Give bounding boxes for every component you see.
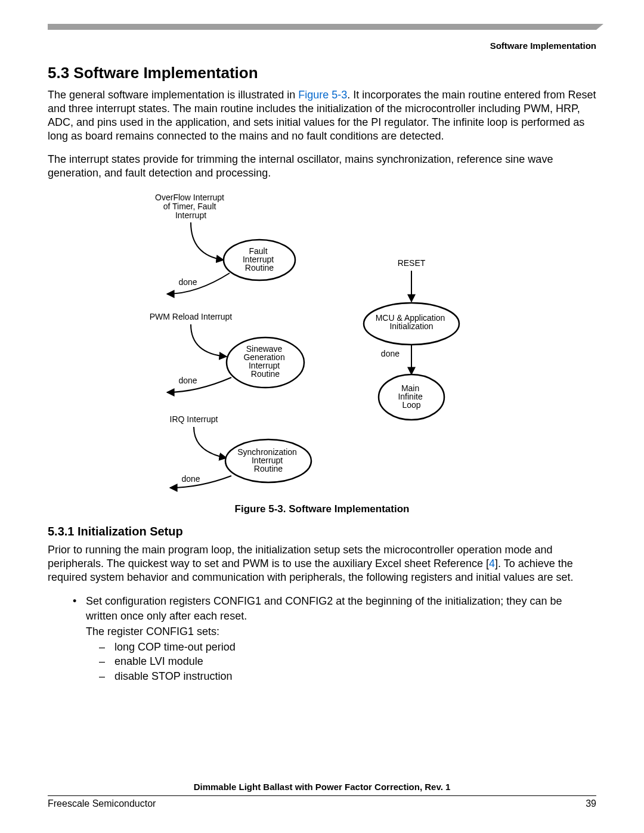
figure-svg: OverFlow Interrupt of Timer, Fault Inter… (131, 190, 513, 500)
footer-row: Freescale Semiconductor 39 (48, 798, 596, 809)
dash-list: long COP time-out period enable LVI modu… (86, 640, 596, 683)
running-header: Software Implementation (48, 41, 596, 51)
svg-text:done: done (181, 474, 200, 484)
paragraph: The interrupt states provide for trimmin… (48, 153, 596, 180)
reference-link[interactable]: 4 (489, 558, 495, 569)
svg-text:done: done (381, 349, 400, 358)
list-item: long COP time-out period enable LVI modu… (73, 640, 596, 683)
text-run: The general software implementation is i… (48, 89, 298, 101)
footer-title: Dimmable Light Ballast with Power Factor… (48, 782, 596, 792)
page: Software Implementation 5.3 Software Imp… (0, 0, 644, 833)
footer-left: Freescale Semiconductor (48, 798, 156, 809)
figure: OverFlow Interrupt of Timer, Fault Inter… (48, 190, 596, 500)
bullet-list: Set configuration registers CONFIG1 and … (48, 594, 596, 683)
figure-caption: Figure 5-3. Software Implementation (48, 503, 596, 515)
svg-text:PWM Reload Interrupt: PWM Reload Interrupt (150, 312, 233, 321)
footer-rule (48, 795, 596, 796)
list-item: enable LVI module (99, 654, 596, 668)
svg-text:done: done (178, 376, 197, 385)
text-run: Prior to running the main program loop, … (48, 544, 552, 569)
page-number: 39 (586, 798, 596, 809)
svg-text:IRQ Interrupt: IRQ Interrupt (170, 414, 218, 424)
list-item: disable STOP instruction (99, 669, 596, 683)
svg-text:done: done (178, 277, 197, 287)
paragraph: Prior to running the main program loop, … (48, 543, 596, 584)
list-item: Set configuration registers CONFIG1 and … (73, 594, 596, 623)
list-item: The register CONFIG1 sets: (73, 624, 596, 639)
figure-link[interactable]: Figure 5-3 (298, 89, 347, 101)
paragraph: The general software implementation is i… (48, 88, 596, 143)
subsection-heading: 5.3.1 Initialization Setup (48, 525, 596, 538)
section-heading: 5.3 Software Implementation (48, 64, 596, 82)
top-bar (48, 24, 596, 30)
svg-text:OverFlow Interrupt
        of : OverFlow Interrupt of Timer, Fault Inter… (155, 193, 227, 220)
footer: Dimmable Light Ballast with Power Factor… (48, 782, 596, 809)
svg-text:RESET: RESET (398, 258, 426, 268)
list-item: long COP time-out period (99, 640, 596, 654)
